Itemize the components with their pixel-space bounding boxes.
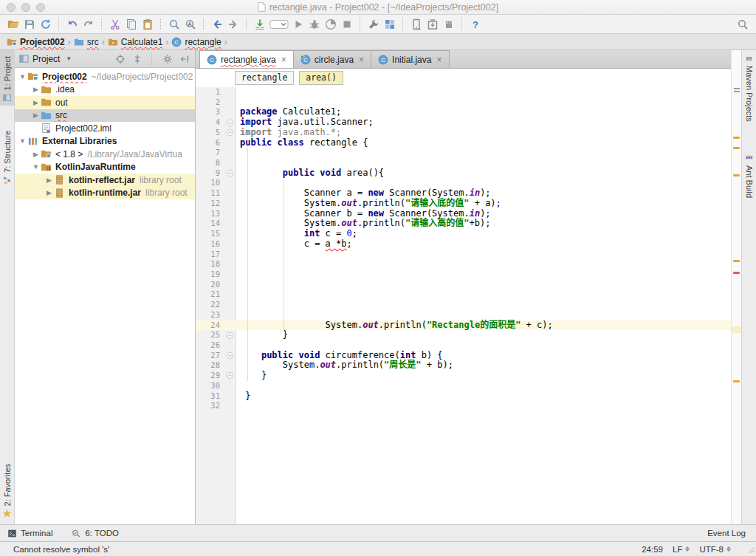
tree-item-kotlin-runtime.jar[interactable]: ▶kotlin-runtime.jarlibrary root — [15, 187, 195, 200]
code-line-8[interactable]: 8 — [196, 158, 731, 168]
minimize-window-button[interactable] — [21, 3, 30, 12]
run-button[interactable] — [290, 16, 306, 32]
coverage-button[interactable] — [323, 16, 339, 32]
tree-closed-arrow-icon[interactable]: ▶ — [44, 189, 54, 196]
error-stripe[interactable] — [731, 50, 741, 524]
project-structure-button[interactable] — [382, 16, 398, 32]
close-tab-icon[interactable]: × — [436, 55, 441, 64]
search-everywhere-button[interactable] — [735, 16, 751, 32]
android-monitor-button[interactable] — [441, 16, 457, 32]
breadcrumb-src[interactable]: src — [74, 37, 99, 47]
code-line-23[interactable]: 23 — [196, 310, 731, 320]
code-line-11[interactable]: 11 Scanner a = new Scanner(System.in); — [196, 188, 731, 199]
code-line-2[interactable]: 2 — [196, 97, 731, 108]
sdk-manager-button[interactable] — [425, 16, 441, 32]
gear-icon[interactable] — [160, 52, 174, 66]
code-editor[interactable]: 123package Calculate1;4import java.util.… — [196, 87, 731, 524]
paste-button[interactable] — [140, 16, 156, 32]
editor-crumb-area[interactable]: area() — [299, 71, 343, 85]
fold-close-icon[interactable] — [224, 371, 236, 381]
tool-stripe-maven-projects[interactable]: mMaven Projects — [743, 50, 755, 128]
debug-button[interactable] — [306, 16, 323, 32]
breadcrumb-Calculate1[interactable]: Calculate1 — [108, 37, 163, 47]
code-line-5[interactable]: 5import java.math.*; — [196, 128, 731, 138]
tree-item-kotlin-reflect.jar[interactable]: ▶kotlin-reflect.jarlibrary root — [15, 174, 195, 187]
tree-closed-arrow-icon[interactable]: ▶ — [31, 151, 41, 158]
inspection-indicator-icon[interactable] — [734, 88, 740, 94]
fold-open-icon[interactable] — [224, 117, 236, 128]
stripe-mark[interactable] — [733, 174, 740, 176]
terminal-button[interactable]: Terminal — [7, 529, 52, 538]
close-tab-icon[interactable]: × — [281, 55, 286, 64]
tree-closed-arrow-icon[interactable]: ▶ — [31, 86, 41, 93]
encoding-selector[interactable]: UTF-8 — [699, 545, 731, 554]
tree-item-<-1.8->[interactable]: ▶< 1.8 >/Library/Java/JavaVirtua — [15, 148, 195, 161]
breadcrumb-rectangle[interactable]: Crectangle — [171, 37, 221, 47]
event-log-button[interactable]: Event Log — [704, 529, 746, 538]
tree-item-src[interactable]: ▶src — [15, 109, 195, 123]
tab-circle.java[interactable]: Ccircle.java× — [293, 50, 371, 68]
tab-Initial.java[interactable]: CInitial.java× — [371, 50, 449, 68]
code-line-7[interactable]: 7 — [196, 148, 731, 158]
code-line-14[interactable]: 14 System.out.println("请输入高的值"+b); — [196, 219, 731, 229]
code-line-19[interactable]: 19 — [196, 270, 731, 280]
code-line-1[interactable]: 1 — [196, 87, 731, 97]
collapse-all-button[interactable] — [130, 52, 144, 66]
tree-open-arrow-icon[interactable]: ▼ — [18, 137, 27, 145]
maximize-window-button[interactable] — [36, 3, 45, 12]
forward-button[interactable] — [225, 16, 241, 32]
code-line-12[interactable]: 12 System.out.println("请输入底的值" + a); — [196, 199, 731, 209]
tree-item-External-Libraries[interactable]: ▼External Libraries — [15, 135, 195, 148]
stripe-mark[interactable] — [733, 147, 740, 149]
close-tab-icon[interactable]: × — [359, 55, 364, 64]
tree-item-Project002.iml[interactable]: Project002.iml — [15, 122, 195, 135]
code-line-24[interactable]: 24 System.out.println("Rectangle的面积是" + … — [196, 320, 731, 331]
editor-crumb-rectangle[interactable]: rectangle — [235, 71, 294, 85]
tree-closed-arrow-icon[interactable]: ▶ — [31, 99, 41, 106]
fold-open-icon[interactable] — [224, 351, 236, 361]
code-line-18[interactable]: 18 — [196, 259, 731, 270]
stripe-mark[interactable] — [733, 260, 740, 262]
back-button[interactable] — [209, 16, 225, 32]
undo-button[interactable] — [64, 16, 80, 32]
replace-button[interactable]: A — [182, 16, 199, 32]
tool-stripe-7-structure[interactable]: 7: Structure — [0, 125, 15, 188]
tool-stripe-2-favorites[interactable]: 2: Favorites — [0, 458, 15, 521]
caret-position[interactable]: 24:59 — [642, 545, 663, 554]
open-button[interactable] — [5, 16, 21, 32]
find-button[interactable] — [166, 16, 182, 32]
code-line-32[interactable]: 32 — [196, 401, 731, 411]
tree-open-arrow-icon[interactable]: ▼ — [18, 73, 27, 80]
tree-open-arrow-icon[interactable]: ▼ — [31, 163, 41, 171]
6-todo-button[interactable]: 6: TODO — [72, 529, 119, 538]
avd-manager-button[interactable] — [408, 16, 425, 32]
code-line-15[interactable]: 15 int c = 0; — [196, 229, 731, 239]
breadcrumb-Project002[interactable]: Project002 — [7, 37, 65, 47]
code-line-3[interactable]: 3package Calculate1; — [196, 107, 731, 117]
code-line-17[interactable]: 17 — [196, 250, 731, 260]
cut-button[interactable] — [107, 16, 123, 32]
code-line-22[interactable]: 22 — [196, 300, 731, 310]
fold-close-icon[interactable] — [224, 330, 236, 340]
code-line-30[interactable]: 30 — [196, 381, 731, 391]
run-config-button[interactable] — [268, 16, 290, 32]
chevron-down-icon[interactable]: ▼ — [66, 55, 72, 62]
code-line-29[interactable]: 29 } — [196, 371, 731, 381]
code-line-9[interactable]: 9 public void area(){ — [196, 168, 731, 179]
line-separator-selector[interactable]: LF — [673, 545, 690, 554]
close-window-button[interactable] — [7, 3, 16, 12]
code-line-6[interactable]: 6public class rectangle { — [196, 138, 731, 148]
tool-stripe-1-project[interactable]: 1: Project — [0, 50, 15, 106]
code-line-20[interactable]: 20 — [196, 280, 731, 290]
fold-close-icon[interactable] — [224, 128, 236, 138]
project-panel-title[interactable]: Project — [32, 54, 60, 64]
stop-button[interactable] — [339, 16, 355, 32]
tab-rectangle.java[interactable]: Crectangle.java× — [199, 50, 294, 68]
tree-item-out[interactable]: ▶out — [15, 96, 195, 109]
code-line-26[interactable]: 26 — [196, 340, 731, 351]
tree-closed-arrow-icon[interactable]: ▶ — [44, 176, 54, 184]
code-line-10[interactable]: 10 — [196, 178, 731, 188]
sync-button[interactable] — [38, 16, 54, 32]
code-line-4[interactable]: 4import java.util.Scanner; — [196, 117, 731, 128]
fold-open-icon[interactable] — [224, 168, 236, 179]
